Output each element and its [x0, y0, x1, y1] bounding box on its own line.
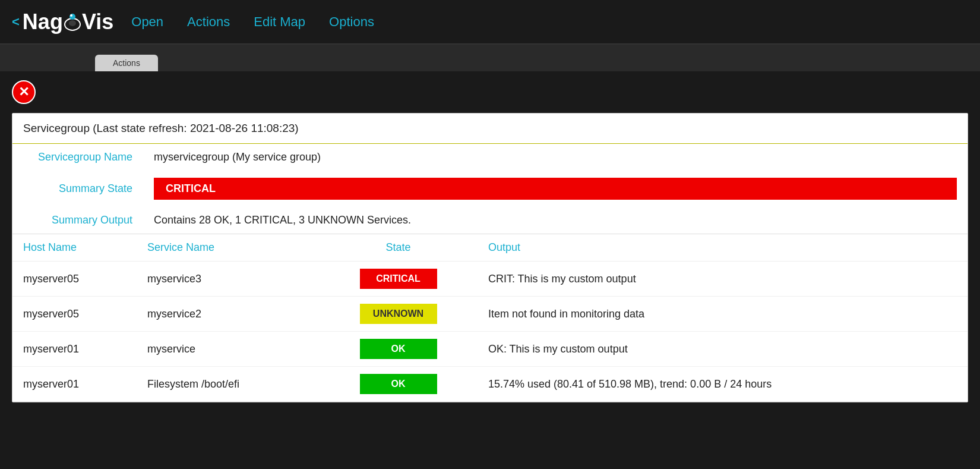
back-link[interactable]: < — [12, 14, 20, 30]
svg-point-3 — [70, 14, 72, 17]
col-output: Output — [478, 234, 968, 262]
state-cell: OK — [319, 332, 478, 367]
host-name-cell: myserver05 — [12, 297, 137, 332]
output-cell: CRIT: This is my custom output — [478, 262, 968, 297]
summary-output-value: Contains 28 OK, 1 CRITICAL, 3 UNKNOWN Se… — [143, 207, 968, 234]
services-header-row: Host Name Service Name State Output — [12, 234, 968, 262]
nav-edit-map[interactable]: Edit Map — [254, 14, 305, 30]
tab-bar: Actions — [0, 45, 980, 71]
state-cell: CRITICAL — [319, 262, 478, 297]
servicegroup-name-value: myservicegroup (My service group) — [143, 144, 968, 171]
logo-area: < Nag Vis — [12, 10, 113, 34]
info-row-summary-state: Summary State CRITICAL — [12, 171, 968, 207]
nav-actions[interactable]: Actions — [187, 14, 230, 30]
logo-eye-icon — [63, 12, 82, 32]
state-badge: UNKNOWN — [360, 304, 437, 324]
info-row-summary-output: Summary Output Contains 28 OK, 1 CRITICA… — [12, 207, 968, 234]
table-row: myserver01 myservice OK OK: This is my c… — [12, 332, 968, 367]
svg-point-4 — [69, 20, 76, 26]
nav-options[interactable]: Options — [329, 14, 374, 30]
popup-area: Servicegroup (Last state refresh: 2021-0… — [12, 113, 968, 402]
output-cell: Item not found in monitoring data — [478, 297, 968, 332]
state-badge: OK — [360, 339, 437, 359]
logo-vis: Vis — [82, 10, 113, 34]
summary-state-label: Summary State — [12, 171, 143, 207]
summary-state-value: CRITICAL — [143, 171, 968, 207]
navbar: < Nag Vis Open Actions Edit Map Options — [0, 0, 980, 45]
table-row: myserver05 myservice2 UNKNOWN Item not f… — [12, 297, 968, 332]
host-name-cell: myserver01 — [12, 367, 137, 402]
tab-actions[interactable]: Actions — [95, 55, 158, 71]
nav-open[interactable]: Open — [131, 14, 163, 30]
close-row: ✕ — [0, 71, 980, 113]
output-cell: 15.74% used (80.41 of 510.98 MB), trend:… — [478, 367, 968, 402]
svg-point-2 — [69, 14, 75, 20]
state-cell: UNKNOWN — [319, 297, 478, 332]
summary-output-label: Summary Output — [12, 207, 143, 234]
table-row: myserver01 Filesystem /boot/efi OK 15.74… — [12, 367, 968, 402]
output-cell: OK: This is my custom output — [478, 332, 968, 367]
table-row: myserver05 myservice3 CRITICAL CRIT: Thi… — [12, 262, 968, 297]
service-name-cell: myservice2 — [137, 297, 319, 332]
host-name-cell: myserver05 — [12, 262, 137, 297]
service-name-cell: myservice — [137, 332, 319, 367]
col-host-name: Host Name — [12, 234, 137, 262]
close-icon: ✕ — [18, 86, 29, 99]
popup-header: Servicegroup (Last state refresh: 2021-0… — [12, 114, 968, 144]
state-badge: CRITICAL — [360, 269, 437, 289]
service-name-cell: Filesystem /boot/efi — [137, 367, 319, 402]
col-service-name: Service Name — [137, 234, 319, 262]
info-row-servicegroup-name: Servicegroup Name myservicegroup (My ser… — [12, 144, 968, 171]
state-cell: OK — [319, 367, 478, 402]
nav-links: Open Actions Edit Map Options — [131, 14, 374, 30]
logo-nag: Nag — [23, 10, 63, 34]
host-name-cell: myserver01 — [12, 332, 137, 367]
close-button[interactable]: ✕ — [12, 80, 36, 104]
info-table: Servicegroup Name myservicegroup (My ser… — [12, 144, 968, 234]
col-state: State — [319, 234, 478, 262]
critical-badge: CRITICAL — [154, 178, 957, 200]
services-table: Host Name Service Name State Output myse… — [12, 234, 968, 402]
servicegroup-name-label: Servicegroup Name — [12, 144, 143, 171]
service-name-cell: myservice3 — [137, 262, 319, 297]
state-badge: OK — [360, 374, 437, 394]
